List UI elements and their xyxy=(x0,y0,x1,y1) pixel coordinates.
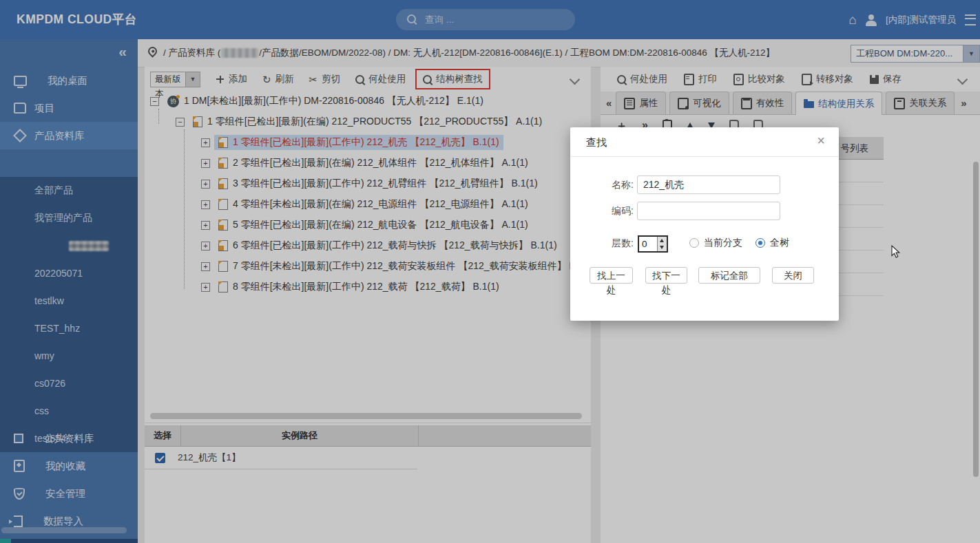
dialog-buttons: 找上一处找下一处标记全部关闭 xyxy=(570,267,839,308)
level-field-label: 层数: xyxy=(580,234,634,253)
scope-radio-group: 当前分支 全树 xyxy=(689,237,789,249)
dialog-button[interactable]: 关闭 xyxy=(772,267,814,284)
radio-icon[interactable] xyxy=(689,238,699,248)
dialog-title: 查找 xyxy=(586,136,607,149)
name-field-label: 名称: xyxy=(580,175,634,194)
dialog-button[interactable]: 找下一处 xyxy=(645,267,687,284)
stepper-down-icon[interactable] xyxy=(660,246,664,249)
mouse-cursor xyxy=(891,245,901,259)
app-window: KMPDM CLOUD平台 查询 ... ⌂ [内部]测试管理员 « 我的桌面 … xyxy=(0,0,980,543)
radio-option[interactable]: 当前分支 xyxy=(689,237,742,249)
radio-label: 当前分支 xyxy=(704,237,742,249)
radio-icon[interactable] xyxy=(755,238,765,248)
level-stepper[interactable]: 0 xyxy=(638,235,668,253)
close-icon[interactable]: × xyxy=(817,133,825,149)
dialog-button[interactable]: 找上一处 xyxy=(590,267,633,284)
stepper-up-icon[interactable] xyxy=(660,239,664,242)
name-field[interactable] xyxy=(637,175,780,194)
code-field[interactable] xyxy=(637,202,780,220)
radio-label: 全树 xyxy=(770,237,789,249)
stepper-arrows[interactable] xyxy=(657,237,667,251)
code-field-label: 编码: xyxy=(580,202,634,220)
dialog-divider xyxy=(570,156,839,157)
find-dialog: 查找 × 名称: 编码: 层数: 0 当前分支 全树 xyxy=(570,127,839,321)
dialog-button[interactable]: 标记全部 xyxy=(698,267,760,284)
radio-option[interactable]: 全树 xyxy=(755,237,789,249)
level-value: 0 xyxy=(642,237,647,251)
